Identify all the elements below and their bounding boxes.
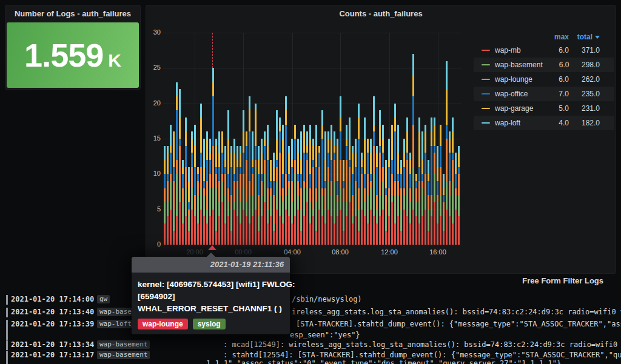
bar-column[interactable]	[303, 125, 305, 245]
bar-column[interactable]	[212, 68, 214, 245]
bar-column[interactable]	[346, 125, 347, 245]
bar-column[interactable]	[221, 131, 223, 245]
bar-column[interactable]	[279, 117, 281, 245]
bar-column[interactable]	[455, 153, 457, 245]
legend-series-name[interactable]: wap-office	[495, 90, 528, 98]
legend-series-name[interactable]: wap-lounge	[495, 75, 532, 84]
bar-column[interactable]	[200, 104, 202, 245]
bar-column[interactable]	[179, 89, 181, 245]
tooltip-tag-wap-lounge[interactable]: wap-lounge	[138, 319, 188, 329]
graph-panel-title[interactable]: Counts - auth_failures	[146, 5, 616, 22]
stat-panel-title[interactable]: Number of Logs - auth_failures	[5, 5, 140, 22]
plot-area[interactable]	[163, 33, 462, 245]
log-host-badge[interactable]: gw	[97, 295, 110, 303]
bar-column[interactable]	[449, 131, 451, 245]
bar-column[interactable]	[425, 125, 426, 245]
bar-column[interactable]	[403, 139, 405, 245]
legend-series-name[interactable]: wap-mb	[495, 46, 521, 55]
bar-column[interactable]	[206, 131, 208, 245]
bar-column[interactable]	[355, 139, 357, 245]
bar-column[interactable]	[440, 125, 441, 245]
bar-column[interactable]	[428, 160, 429, 245]
bar-column[interactable]	[273, 153, 275, 245]
bar-column[interactable]	[285, 96, 287, 245]
bar-column[interactable]	[318, 146, 320, 245]
bar-column[interactable]	[418, 117, 420, 245]
bar-column[interactable]	[267, 125, 269, 245]
bar-column[interactable]	[382, 125, 384, 245]
bar-column[interactable]	[434, 117, 435, 245]
bar-column[interactable]	[282, 125, 284, 245]
bar-column[interactable]	[170, 125, 172, 245]
bar-column[interactable]	[352, 146, 354, 245]
bar-column[interactable]	[458, 146, 460, 245]
bar-column[interactable]	[406, 117, 408, 245]
log-message[interactable]: esp_seen":"yes"}	[290, 331, 360, 339]
bar-column[interactable]	[391, 125, 393, 245]
bar-column[interactable]	[291, 139, 293, 245]
bar-column[interactable]	[297, 139, 299, 245]
bar-column[interactable]	[412, 54, 414, 245]
log-host-badge[interactable]: wap-basement	[97, 351, 150, 359]
bar-column[interactable]	[203, 139, 205, 245]
bar-column[interactable]	[415, 174, 417, 245]
bar-column[interactable]	[218, 131, 220, 245]
bar-column[interactable]	[237, 146, 238, 245]
bar-column[interactable]	[337, 139, 338, 245]
bar-column[interactable]	[400, 160, 402, 245]
bar-column[interactable]	[361, 153, 363, 245]
bar-column[interactable]	[233, 139, 235, 245]
bar-column[interactable]	[340, 96, 341, 245]
bar-column[interactable]	[191, 131, 193, 245]
bar-column[interactable]	[270, 160, 272, 245]
bar-column[interactable]	[309, 125, 311, 245]
log-message[interactable]: [STA-TRACKER].stahtd_dump_event(): {"mes…	[296, 320, 621, 328]
log-message[interactable]: : mcad[12549]: wireless_agg_stats.log_st…	[223, 340, 621, 349]
bar-column[interactable]	[246, 131, 247, 245]
log-host-badge[interactable]: wap-basement	[97, 340, 150, 349]
bar-column[interactable]	[276, 110, 278, 245]
bar-column[interactable]	[324, 131, 326, 245]
bar-column[interactable]	[209, 139, 211, 245]
bar-column[interactable]	[349, 117, 351, 245]
bar-column[interactable]	[164, 146, 166, 245]
log-message[interactable]: : stahtd[12554]: [STA-TRACKER].stahtd_du…	[223, 351, 621, 359]
bar-column[interactable]	[167, 146, 169, 245]
bar-column[interactable]	[443, 174, 445, 245]
legend-series-name[interactable]: wap-loft	[495, 119, 520, 127]
bar-column[interactable]	[173, 131, 175, 245]
bar-column[interactable]	[334, 131, 335, 245]
bar-column[interactable]	[230, 146, 232, 245]
bar-column[interactable]	[240, 146, 241, 245]
log-message[interactable]: ireless_agg_stats.log_sta_anomalies(): b…	[292, 308, 621, 316]
bar-column[interactable]	[306, 131, 308, 245]
bar-column[interactable]	[331, 125, 332, 245]
bar-column[interactable]	[185, 117, 187, 245]
bar-column[interactable]	[327, 131, 329, 245]
bar-column[interactable]	[176, 82, 178, 245]
bar-column[interactable]	[379, 110, 381, 245]
bar-column[interactable]	[182, 160, 184, 245]
bar-column[interactable]	[294, 125, 296, 245]
bar-column[interactable]	[437, 146, 438, 245]
bar-column[interactable]	[243, 110, 244, 245]
bar-column[interactable]	[370, 139, 372, 245]
legend-sort-total[interactable]: total	[569, 33, 600, 41]
bar-column[interactable]	[431, 117, 432, 245]
bar-column[interactable]	[446, 61, 448, 245]
bar-column[interactable]	[264, 131, 266, 245]
bar-column[interactable]	[227, 110, 229, 245]
annotation-marker-icon[interactable]	[208, 245, 217, 250]
bar-column[interactable]	[452, 117, 454, 245]
bar-column[interactable]	[364, 117, 366, 245]
log-host-badge[interactable]: wap-loft	[97, 320, 134, 328]
bar-column[interactable]	[249, 96, 250, 245]
bar-column[interactable]	[409, 153, 411, 245]
legend-series-name[interactable]: wap-garage	[495, 104, 533, 113]
bar-column[interactable]	[394, 104, 396, 245]
legend-sort-max[interactable]: max	[542, 33, 569, 41]
bar-column[interactable]	[385, 160, 387, 245]
bar-column[interactable]	[421, 131, 423, 245]
bar-column[interactable]	[258, 146, 260, 245]
bar-column[interactable]	[288, 146, 290, 245]
